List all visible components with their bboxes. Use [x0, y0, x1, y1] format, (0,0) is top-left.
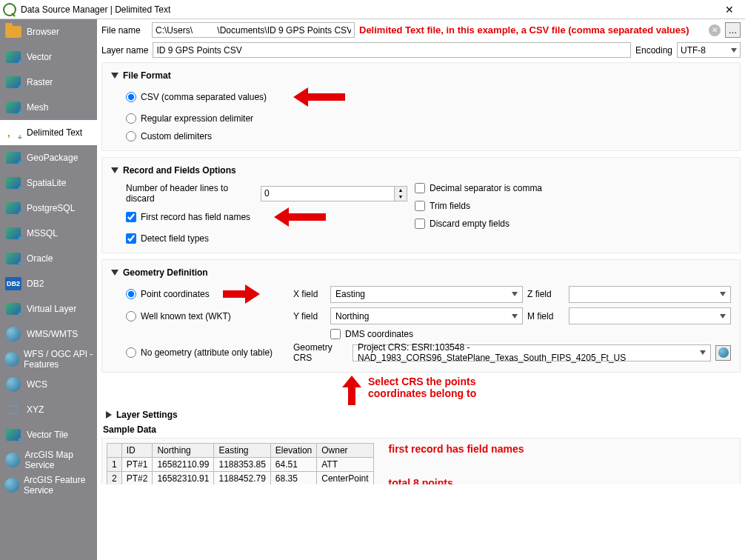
sidebar-item-arcgis-feature-service[interactable]: ArcGIS Feature Service	[0, 473, 97, 498]
sidebar-item-db2[interactable]: DB2DB2	[0, 271, 97, 296]
mesh-icon	[4, 99, 22, 116]
sidebar-item-label: Virtual Layer	[27, 304, 76, 314]
filename-label: File name	[101, 25, 147, 36]
sidebar-item-label: Browser	[27, 27, 59, 37]
globe-icon	[4, 376, 22, 393]
crs-combo[interactable]: Project CRS: ESRI:103548 - NAD_1983_CORS…	[353, 344, 711, 361]
regex-radio[interactable]	[126, 113, 136, 124]
chevron-down-icon	[700, 350, 706, 355]
vtile-icon	[4, 427, 22, 443]
sample-table: IDNorthingEastingElevationOwner1PT#11658…	[107, 443, 374, 484]
detect-types-check[interactable]	[126, 233, 136, 244]
sidebar-item-label: Delimited Text	[27, 127, 82, 138]
crs-picker-button[interactable]	[715, 345, 731, 361]
sidebar-item-label: XYZ	[27, 404, 44, 415]
sidebar-item-label: Raster	[27, 77, 53, 87]
filename-input[interactable]	[152, 22, 355, 38]
xyz-icon: ▪▪▪▪▪▪	[4, 401, 22, 418]
globe-icon	[4, 351, 19, 367]
dms-check[interactable]	[330, 329, 341, 339]
sidebar: BrowserVectorRasterMesh+,Delimited TextG…	[0, 19, 97, 560]
sidebar-item-wcs[interactable]: WCS	[0, 372, 97, 397]
mfield-label: M field	[527, 311, 564, 321]
encoding-label: Encoding	[635, 45, 672, 56]
sidebar-item-label: Oracle	[27, 253, 53, 264]
file-format-header[interactable]: File Format	[111, 70, 731, 81]
geometry-header[interactable]: Geometry Definition	[111, 267, 731, 278]
mssql-icon	[4, 225, 22, 241]
table-header: Northing	[153, 444, 214, 458]
trim-fields-label: Trim fields	[430, 201, 470, 211]
sidebar-item-arcgis-map-service[interactable]: ArcGIS Map Service	[0, 447, 97, 473]
layer-settings-header[interactable]: Layer Settings	[106, 410, 741, 420]
sidebar-item-wms-wmts[interactable]: WMS/WMTS	[0, 321, 97, 347]
sidebar-item-mssql[interactable]: MSSQL	[0, 221, 97, 246]
chevron-down-icon	[512, 314, 518, 319]
yfield-combo[interactable]: Northing	[330, 307, 523, 324]
xfield-label: X field	[293, 289, 326, 299]
first-record-check[interactable]	[126, 212, 136, 222]
nogeom-radio[interactable]	[126, 347, 136, 358]
close-button[interactable]: ✕	[714, 0, 745, 19]
chevron-down-icon	[720, 292, 726, 296]
chevron-down-icon	[731, 48, 737, 53]
globe-icon	[4, 326, 22, 342]
point-coords-radio[interactable]	[126, 289, 136, 299]
discard-empty-label: Discard empty fields	[430, 219, 510, 229]
vector-icon	[4, 49, 22, 65]
main-panel: File name Delimited Text file, in this e…	[97, 19, 745, 560]
sidebar-item-oracle[interactable]: Oracle	[0, 246, 97, 271]
sidebar-item-label: WMS/WMTS	[27, 329, 78, 339]
collapse-icon	[111, 270, 118, 276]
sidebar-item-label: ArcGIS Feature Service	[24, 475, 97, 496]
regex-radio-label: Regular expression delimiter	[141, 113, 253, 124]
table-header: Owner	[317, 444, 373, 458]
sidebar-item-vector[interactable]: Vector	[0, 44, 97, 70]
sidebar-item-vector-tile[interactable]: Vector Tile	[0, 422, 97, 447]
encoding-combo[interactable]: UTF-8	[677, 42, 741, 58]
discard-empty-check[interactable]	[415, 219, 425, 229]
csv-radio[interactable]	[126, 92, 136, 102]
sidebar-item-label: DB2	[27, 279, 44, 289]
expand-icon	[106, 411, 112, 419]
layername-input[interactable]	[153, 42, 631, 58]
trim-fields-check[interactable]	[415, 201, 425, 211]
sample-data-title: Sample Data	[103, 424, 741, 435]
raster-icon	[4, 74, 22, 90]
elephant-icon	[4, 200, 22, 216]
table-row: 2PT#216582310.911188452.7968.35CenterPoi…	[107, 472, 374, 485]
mfield-combo[interactable]	[569, 307, 731, 324]
xfield-combo[interactable]: Easting	[330, 286, 523, 303]
annot-crs-line2: coordinates belong to	[368, 387, 476, 399]
db2-icon: DB2	[4, 276, 22, 292]
record-fields-group: Record and Fields Options Number of head…	[101, 157, 741, 253]
globe-icon	[4, 477, 19, 493]
wkt-radio[interactable]	[126, 311, 136, 321]
decimal-comma-check[interactable]	[415, 183, 425, 193]
zfield-combo[interactable]	[569, 286, 731, 303]
browse-file-button[interactable]: …	[725, 22, 741, 38]
sidebar-item-postgresql[interactable]: PostgreSQL	[0, 196, 97, 221]
record-fields-header[interactable]: Record and Fields Options	[111, 165, 731, 176]
sidebar-item-label: PostgreSQL	[27, 203, 75, 213]
sidebar-item-label: Mesh	[27, 102, 48, 113]
sidebar-item-browser[interactable]: Browser	[0, 19, 97, 44]
sidebar-item-label: SpatiaLite	[27, 178, 66, 188]
sidebar-item-geopackage[interactable]: GeoPackage	[0, 145, 97, 170]
sidebar-item-label: ArcGIS Map Service	[25, 450, 97, 470]
annot-arrow-firstrec	[274, 208, 326, 226]
annot-arrow-csv	[293, 88, 345, 106]
clear-filename-button[interactable]: ✕	[709, 24, 721, 36]
sidebar-item-mesh[interactable]: Mesh	[0, 95, 97, 120]
annot-crs-line1: Select CRS the points	[368, 376, 476, 387]
annot-arrow-crs	[343, 376, 361, 405]
header-lines-spinner[interactable]: ▲▼	[261, 186, 407, 201]
sidebar-item-xyz[interactable]: ▪▪▪▪▪▪XYZ	[0, 397, 97, 422]
sidebar-item-wfs-ogc-api-features[interactable]: WFS / OGC API - Features	[0, 347, 97, 372]
custom-radio[interactable]	[126, 131, 136, 141]
sidebar-item-spatialite[interactable]: SpatiaLite	[0, 170, 97, 196]
sidebar-item-raster[interactable]: Raster	[0, 70, 97, 95]
sidebar-item-virtual-layer[interactable]: Virtual Layer	[0, 296, 97, 321]
virtual-icon	[4, 301, 22, 317]
sidebar-item-delimited-text[interactable]: +,Delimited Text	[0, 120, 97, 145]
